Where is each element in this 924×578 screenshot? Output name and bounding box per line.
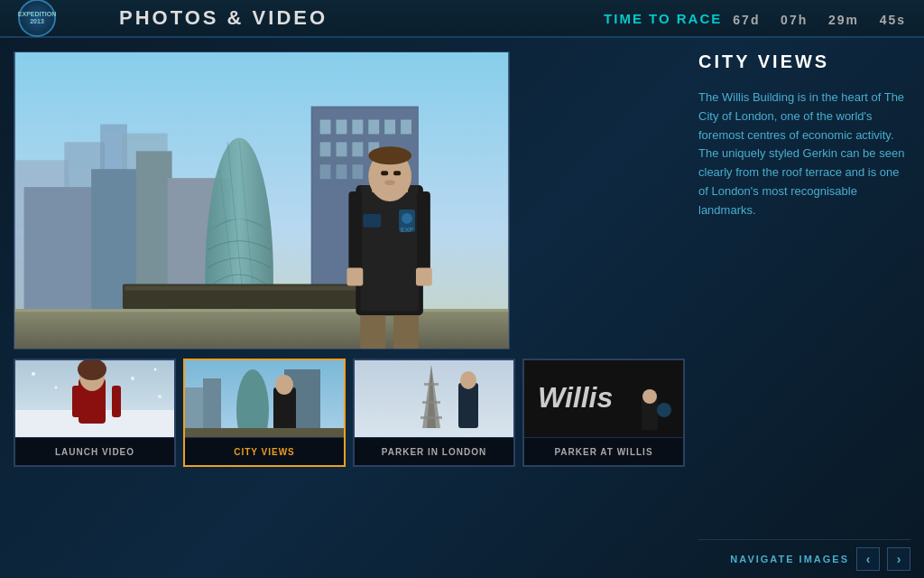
svg-rect-21 (320, 142, 331, 156)
thumbnail-launch-video[interactable]: LAUNCH VIDEO (14, 359, 176, 467)
thumbnails-row: LAUNCH VIDEO (14, 359, 685, 476)
svg-rect-73 (424, 383, 439, 386)
svg-rect-15 (320, 120, 331, 135)
nav-images-label: NAVIGATE IMAGES (730, 554, 849, 564)
svg-point-58 (55, 387, 58, 389)
svg-point-77 (460, 371, 476, 389)
svg-rect-22 (336, 142, 346, 156)
countdown-seconds: 45 (880, 13, 898, 27)
svg-rect-16 (336, 120, 346, 135)
thumb-scene-city (185, 360, 344, 437)
thumbnail-parker-at-willis[interactable]: Willis PARKER AT WILLIS (522, 359, 685, 467)
svg-point-42 (368, 146, 411, 164)
page-title: PHOTOS & VIDEO (119, 6, 328, 30)
svg-rect-39 (360, 315, 385, 349)
svg-rect-23 (352, 142, 363, 156)
thumb-scene-willis: Willis (524, 360, 683, 437)
logo-text: EXPEDITION 2013 (18, 11, 56, 26)
thumb-label-city-views: CITY VIEWS (185, 438, 344, 465)
svg-point-57 (32, 372, 35, 376)
countdown-days: 67 (733, 13, 751, 27)
countdown-hours: 07 (781, 13, 799, 27)
svg-point-82 (657, 403, 671, 417)
svg-point-45 (384, 180, 395, 185)
svg-rect-54 (72, 386, 81, 417)
main-image: EXP (14, 51, 510, 350)
header: EXPEDITION 2013 PHOTOS & VIDEO TIME TO R… (0, 0, 924, 38)
svg-rect-19 (384, 120, 395, 135)
svg-point-60 (154, 368, 157, 371)
thumbnail-city-views[interactable]: CITY VIEWS (183, 359, 346, 467)
svg-rect-43 (381, 171, 388, 175)
time-to-race-label: TIME TO RACE (604, 11, 722, 26)
next-button[interactable]: › (887, 547, 910, 571)
svg-rect-31 (15, 309, 509, 312)
countdown-minutes: 29 (828, 13, 846, 27)
svg-point-48 (402, 213, 412, 224)
seconds-suffix: s (897, 13, 906, 27)
svg-rect-17 (352, 120, 363, 135)
svg-rect-25 (320, 164, 331, 179)
minutes-suffix: m (846, 13, 859, 27)
nav-images-row: NAVIGATE IMAGES ‹ › (698, 539, 910, 578)
svg-point-81 (642, 389, 657, 404)
svg-point-61 (158, 395, 162, 398)
svg-rect-20 (401, 120, 411, 135)
svg-rect-40 (393, 315, 419, 349)
description-text: The Willis Building is in the heart of T… (698, 89, 910, 220)
thumb-label-parker-in-london: PARKER IN LONDON (355, 438, 513, 465)
svg-rect-76 (458, 383, 478, 428)
right-column: CITY VIEWS The Willis Building is in the… (698, 51, 910, 578)
prev-button[interactable]: ‹ (856, 547, 880, 571)
svg-rect-47 (363, 214, 381, 228)
svg-point-68 (275, 375, 293, 395)
svg-rect-26 (336, 164, 346, 179)
section-title: CITY VIEWS (698, 51, 910, 72)
svg-rect-69 (185, 428, 344, 437)
countdown: 67d 07h 29m 45s (733, 8, 906, 29)
main-content: EXP (0, 38, 924, 578)
svg-rect-36 (417, 191, 430, 276)
svg-rect-35 (348, 191, 362, 276)
header-right: TIME TO RACE 67d 07h 29m 45s (604, 8, 906, 29)
svg-rect-74 (422, 401, 440, 404)
svg-rect-33 (360, 185, 419, 311)
svg-rect-18 (368, 120, 379, 135)
logo: EXPEDITION 2013 (18, 0, 56, 37)
thumb-scene-paris (355, 360, 513, 437)
hours-suffix: h (799, 13, 808, 27)
svg-rect-38 (416, 268, 432, 286)
svg-rect-44 (393, 171, 401, 175)
svg-rect-55 (112, 386, 121, 417)
svg-text:Willis: Willis (538, 381, 613, 414)
svg-rect-37 (346, 268, 363, 286)
svg-point-59 (131, 377, 134, 380)
thumb-scene-snow (15, 360, 174, 437)
left-column: EXP (14, 51, 685, 578)
svg-rect-27 (352, 164, 363, 179)
thumbnail-parker-in-london[interactable]: PARKER IN LONDON (353, 359, 515, 467)
svg-rect-30 (15, 309, 509, 349)
svg-text:EXP: EXP (401, 227, 413, 233)
svg-rect-75 (420, 416, 442, 419)
days-suffix: d (751, 13, 761, 27)
thumb-label-launch-video: LAUNCH VIDEO (15, 438, 174, 465)
header-left: EXPEDITION 2013 PHOTOS & VIDEO (18, 0, 328, 37)
thumb-label-parker-at-willis: PARKER AT WILLIS (524, 438, 683, 465)
